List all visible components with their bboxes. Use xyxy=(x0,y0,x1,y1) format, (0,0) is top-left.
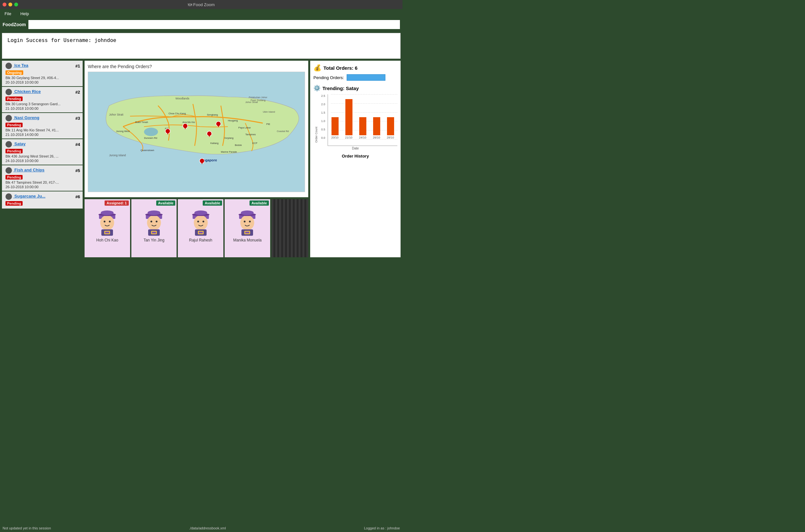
svg-text:Kallang: Kallang xyxy=(210,142,218,145)
chart-bar-label: 20/10 xyxy=(331,136,339,139)
svg-text:Johor Strait: Johor Strait xyxy=(109,113,123,116)
window-title: 🍽 Food Zoom xyxy=(188,2,215,7)
chart-bar-group-24/10: 24/10 xyxy=(359,117,366,139)
order-number: #3 xyxy=(76,116,80,121)
svg-text:ECP: ECP xyxy=(252,142,257,145)
svg-point-60 xyxy=(194,215,208,230)
delivery-card-hoh-chi-kao[interactable]: Assigned: 1 xyxy=(84,199,130,257)
order-status: Pending xyxy=(5,96,23,101)
order-number: #4 xyxy=(76,142,80,147)
chart-bar xyxy=(373,117,380,135)
y-axis-label: Order Count xyxy=(315,110,318,143)
svg-point-62 xyxy=(203,221,204,223)
chart-bar-group-20/10: 20/10 xyxy=(331,117,339,139)
svg-point-70 xyxy=(241,215,254,230)
chart-bar-group-26/10: 26/10 xyxy=(373,117,380,139)
order-address: Blk 30 Lorong 3 Serangoon Gard... xyxy=(5,102,80,106)
order-address: Blk 47 Tampines Street 20, #17-... xyxy=(5,180,80,184)
delivery-card-tan-yin-jing[interactable]: Available xyxy=(131,199,177,257)
svg-text:Woodlands: Woodlands xyxy=(176,97,190,100)
delivery-avatar xyxy=(186,208,215,236)
chart-bar xyxy=(387,117,394,135)
svg-text:Dunearn Rd: Dunearn Rd xyxy=(144,136,157,139)
order-item-3[interactable]: Nasi Goreng #3 Pending Blk 11 Ang Mo Kio… xyxy=(2,113,83,138)
order-item-6[interactable]: Sugarcane Ju... #6 Pending xyxy=(2,191,83,209)
pending-orders-label: Pending Orders: xyxy=(313,75,344,80)
svg-point-57 xyxy=(148,210,160,215)
pending-orders-bar xyxy=(347,74,385,81)
svg-text:PIE: PIE xyxy=(266,123,270,126)
svg-rect-45 xyxy=(105,232,110,233)
delivery-name: Rajul Rahesh xyxy=(189,238,212,243)
chart-bar-group-28/10: 28/10 xyxy=(387,117,394,139)
window-controls[interactable] xyxy=(3,3,18,6)
order-item-2[interactable]: Chicken Rice #2 Pending Blk 30 Lorong 3 … xyxy=(2,87,83,112)
delivery-extra-column xyxy=(271,199,308,257)
order-address: Blk 11 Ang Mo Kio Street 74, #1... xyxy=(5,128,80,132)
order-number: #1 xyxy=(76,63,80,69)
close-button[interactable] xyxy=(3,3,6,6)
menu-file[interactable]: File xyxy=(3,11,13,17)
delivery-card-manika-monuela[interactable]: Available xyxy=(225,199,270,257)
delivery-name: Manika Monuela xyxy=(233,238,262,243)
order-number: #6 xyxy=(76,194,80,199)
title-bar: 🍽 Food Zoom xyxy=(0,0,402,9)
order-address: Blk 436 Jurong West Street 26, ... xyxy=(5,154,80,158)
svg-rect-55 xyxy=(152,232,156,233)
total-orders-label: Total Orders: 6 xyxy=(323,65,358,71)
order-datetime: 24-10-2018 10:00:00 xyxy=(5,159,80,163)
orders-panel: Ice Tea #1 Ongoing Blk 30 Geylang Street… xyxy=(2,61,83,257)
svg-point-50 xyxy=(147,215,161,230)
svg-point-71 xyxy=(244,221,246,223)
delivery-name: Hoh Chi Kao xyxy=(96,238,118,243)
chart-bar xyxy=(331,117,339,135)
svg-point-41 xyxy=(104,221,106,223)
svg-text:Geylang: Geylang xyxy=(224,136,233,139)
svg-text:Pelabuhan Johor: Pelabuhan Johor xyxy=(249,96,268,99)
order-number: #2 xyxy=(76,90,80,95)
order-status: Pending xyxy=(5,201,23,206)
chart-bar xyxy=(345,99,352,135)
chart-title: Order History xyxy=(313,154,397,158)
search-input[interactable] xyxy=(28,20,400,29)
menu-help[interactable]: Help xyxy=(18,11,31,17)
svg-text:Queenstown: Queenstown xyxy=(140,149,154,152)
order-status: Ongoing xyxy=(5,70,23,75)
order-item-4[interactable]: Satay #4 Pending Blk 436 Jurong West Str… xyxy=(2,139,83,165)
order-status: Pending xyxy=(5,175,23,179)
svg-text:Bukit Timah: Bukit Timah xyxy=(135,121,148,124)
svg-text:Jurong Island: Jurong Island xyxy=(109,154,126,157)
trending-icon: ⚙️ xyxy=(313,84,321,92)
order-title: Satay xyxy=(5,141,25,148)
brand-label: FoodZoom xyxy=(3,22,26,27)
order-status: Pending xyxy=(5,149,23,153)
svg-point-40 xyxy=(100,215,114,230)
chart-bar xyxy=(359,117,366,135)
svg-text:Bedok: Bedok xyxy=(235,144,242,147)
stats-header: 💰 Total Orders: 6 xyxy=(313,64,397,72)
order-datetime: 20-10-2018 10:00:00 xyxy=(5,80,80,84)
delivery-section: Assigned: 1 xyxy=(84,199,308,257)
order-datetime: 21-10-2018 14:00:00 xyxy=(5,133,80,136)
minimize-button[interactable] xyxy=(8,3,12,6)
svg-point-42 xyxy=(109,221,111,223)
svg-point-52 xyxy=(156,221,157,223)
svg-point-61 xyxy=(197,221,199,223)
order-address: Blk 30 Geylang Street 29, #06-4... xyxy=(5,76,80,80)
order-item-5[interactable]: Fish and Chips #5 Pending Blk 47 Tampine… xyxy=(2,165,83,191)
svg-text:Sengkang: Sengkang xyxy=(207,113,218,116)
svg-text:Tampines: Tampines xyxy=(245,133,256,136)
delivery-status-badge: Assigned: 1 xyxy=(104,201,129,206)
svg-text:Pasir Gudang: Pasir Gudang xyxy=(250,99,265,102)
svg-text:Ang Mo Kio: Ang Mo Kio xyxy=(183,121,195,124)
chart-bar-label: 26/10 xyxy=(373,136,380,139)
menu-bar: File Help xyxy=(0,9,402,18)
delivery-card-rajul-rahesh[interactable]: Available xyxy=(178,199,223,257)
order-item-1[interactable]: Ice Tea #1 Ongoing Blk 30 Geylang Street… xyxy=(2,61,83,86)
svg-text:Hougang: Hougang xyxy=(228,119,238,122)
svg-point-72 xyxy=(249,221,251,223)
chart-bar-label: 28/10 xyxy=(387,136,394,139)
toolbar: FoodZoom xyxy=(0,18,402,31)
maximize-button[interactable] xyxy=(14,3,18,6)
map-title: Where are the Pending Orders? xyxy=(88,64,305,69)
